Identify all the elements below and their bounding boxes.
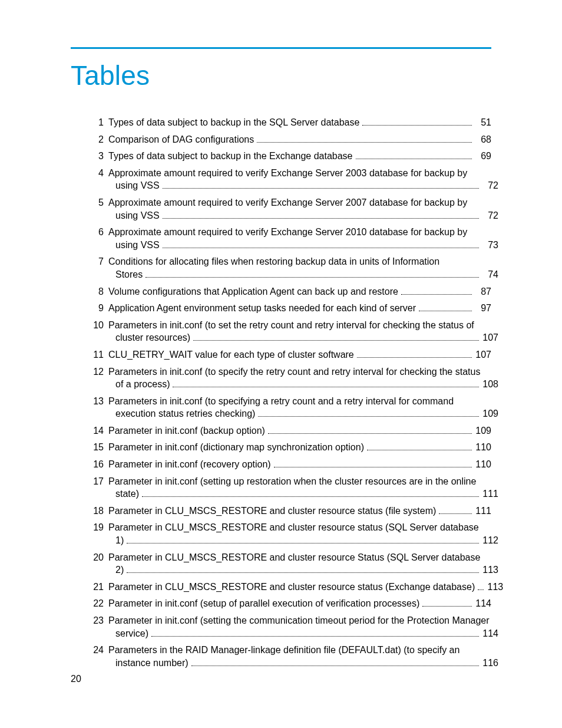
toc-entry-number: 1 — [87, 116, 108, 129]
toc-entry-text: Comparison of DAG configurations — [108, 133, 254, 146]
toc-entry-line: state)111 — [108, 487, 498, 500]
toc-entry-line: Parameter in init.conf (setting the comm… — [108, 614, 491, 627]
toc-entry[interactable]: 22Parameter in init.conf (setup of paral… — [87, 597, 491, 610]
toc-entry-line: Parameters in the RAID Manager-linkage d… — [108, 644, 491, 657]
toc-entry-line: Parameter in init.conf (backup option)10… — [108, 424, 491, 437]
toc-entry[interactable]: 24Parameters in the RAID Manager-linkage… — [87, 644, 491, 669]
toc-entry[interactable]: 3Types of data subject to backup in the … — [87, 150, 491, 163]
toc-entry-number: 6 — [87, 226, 108, 239]
toc-entry-body: Parameters in init.conf (to specifying a… — [108, 395, 491, 420]
toc-entry-page: 97 — [475, 302, 491, 315]
toc-entry-text: Parameters in init.conf (to specifying a… — [108, 395, 491, 408]
toc-entry-line: CLU_RETRY_WAIT value for each type of cl… — [108, 348, 491, 361]
toc-entry-line: execution status retries checking)109 — [108, 407, 498, 420]
toc-entry-text: Parameter in init.conf (setting the comm… — [108, 614, 491, 627]
toc-entry-line: Parameters in init.conf (to specifying a… — [108, 395, 491, 408]
toc-entry-text: Volume configurations that Application A… — [108, 285, 398, 298]
toc-leader — [419, 304, 472, 311]
toc-entry-line: using VSS72 — [108, 209, 498, 222]
toc-entry-text: Parameter in init.conf (setting up resto… — [108, 475, 491, 488]
toc-entry[interactable]: 13Parameters in init.conf (to specifying… — [87, 395, 491, 420]
toc-entry-line: Parameter in CLU_MSCS_RESTORE and cluste… — [108, 505, 491, 518]
toc-entry-page: 114 — [475, 597, 491, 610]
toc-entry[interactable]: 4Approximate amount required to verify E… — [87, 167, 491, 192]
toc-entry-page: 107 — [475, 348, 491, 361]
toc-entry[interactable]: 7Conditions for allocating files when re… — [87, 255, 491, 281]
toc-entry-line: 2)113 — [108, 564, 498, 577]
toc-entry-line: Parameter in init.conf (setting up resto… — [108, 475, 491, 488]
toc-entry-line: Types of data subject to backup in the E… — [108, 150, 491, 163]
toc-leader — [151, 629, 479, 636]
toc-entry-line: Conditions for allocating files when res… — [108, 255, 491, 268]
toc-entry-page: 110 — [475, 458, 491, 471]
toc-entry[interactable]: 6Approximate amount required to verify E… — [87, 226, 491, 251]
toc-entry-body: Conditions for allocating files when res… — [108, 255, 491, 281]
toc-entry[interactable]: 21Parameter in CLU_MSCS_RESTORE and clus… — [87, 581, 491, 594]
toc-entry-line: Parameter in init.conf (dictionary map s… — [108, 441, 491, 454]
toc-entry-text: Parameters in the RAID Manager-linkage d… — [108, 644, 491, 657]
toc-entry-line: instance number)116 — [108, 657, 498, 670]
toc-entry[interactable]: 1Types of data subject to backup in the … — [87, 116, 491, 129]
toc-entry-page: 109 — [482, 407, 498, 420]
header-rule — [71, 47, 491, 49]
toc-entry-text: Approximate amount required to verify Ex… — [108, 226, 491, 239]
toc-entry-body: Parameters in the RAID Manager-linkage d… — [108, 644, 491, 669]
toc-entry-line: Approximate amount required to verify Ex… — [108, 167, 491, 180]
toc-entry[interactable]: 8Volume configurations that Application … — [87, 285, 491, 298]
toc-entry-body: Approximate amount required to verify Ex… — [108, 196, 491, 222]
toc-entry[interactable]: 14Parameter in init.conf (backup option)… — [87, 424, 491, 437]
toc-entry-page: 107 — [482, 331, 498, 344]
toc-entry-number: 15 — [87, 441, 108, 454]
toc-entry[interactable]: 18Parameter in CLU_MSCS_RESTORE and clus… — [87, 505, 491, 518]
toc-entry-text: of a process) — [115, 378, 170, 391]
toc-entry-number: 21 — [87, 581, 108, 594]
toc-entry-line: Approximate amount required to verify Ex… — [108, 226, 491, 239]
toc-entry-number: 5 — [87, 196, 108, 209]
toc-entry[interactable]: 23Parameter in init.conf (setting the co… — [87, 614, 491, 640]
toc-entry[interactable]: 15Parameter in init.conf (dictionary map… — [87, 441, 491, 454]
toc-entry-line: 1)112 — [108, 534, 498, 547]
toc-entry-page: 72 — [482, 209, 498, 222]
toc-entry[interactable]: 20Parameter in CLU_MSCS_RESTORE and clus… — [87, 551, 491, 577]
toc-entry-text: Parameter in CLU_MSCS_RESTORE and cluste… — [108, 521, 491, 534]
toc-entry-number: 20 — [87, 551, 108, 564]
toc-entry-page: 87 — [475, 285, 491, 298]
toc-entry-line: Stores74 — [108, 268, 498, 281]
toc-entry-number: 23 — [87, 614, 108, 627]
toc-entry-text: Conditions for allocating files when res… — [108, 255, 491, 268]
toc-entry[interactable]: 5Approximate amount required to verify E… — [87, 196, 491, 222]
toc-entry-line: cluster resources)107 — [108, 331, 498, 344]
toc-entry-body: Parameters in init.conf (to specify the … — [108, 365, 491, 391]
toc-entry-page: 108 — [482, 378, 498, 391]
toc-entry-body: Approximate amount required to verify Ex… — [108, 167, 491, 192]
toc-entry-text: 2) — [115, 564, 124, 577]
toc-entry[interactable]: 12Parameters in init.conf (to specify th… — [87, 365, 491, 391]
toc-leader — [367, 443, 472, 450]
toc-leader — [357, 351, 472, 358]
toc-entry[interactable]: 2Comparison of DAG configurations68 — [87, 133, 491, 146]
toc-entry-body: Parameter in CLU_MSCS_RESTORE and cluste… — [108, 581, 491, 594]
toc-entry-text: using VSS — [115, 209, 160, 222]
toc-entry-number: 3 — [87, 150, 108, 163]
toc-entry[interactable]: 17Parameter in init.conf (setting up res… — [87, 475, 491, 500]
toc-entry[interactable]: 16Parameter in init.conf (recovery optio… — [87, 458, 491, 471]
toc-entry[interactable]: 10Parameters in init.conf (to set the re… — [87, 319, 491, 344]
toc-leader — [257, 135, 472, 142]
toc-entry-page: 110 — [475, 441, 491, 454]
toc-entry-page: 112 — [482, 534, 498, 547]
toc-entry[interactable]: 11CLU_RETRY_WAIT value for each type of … — [87, 348, 491, 361]
toc-entry-body: Parameter in CLU_MSCS_RESTORE and cluste… — [108, 551, 491, 577]
toc-leader — [191, 659, 479, 666]
toc-entry-body: CLU_RETRY_WAIT value for each type of cl… — [108, 348, 491, 361]
toc-entry-body: Parameter in init.conf (recovery option)… — [108, 458, 491, 471]
toc-entry-body: Comparison of DAG configurations68 — [108, 133, 491, 146]
toc-leader — [478, 583, 484, 590]
toc-entry[interactable]: 19Parameter in CLU_MSCS_RESTORE and clus… — [87, 521, 491, 546]
toc-entry-line: Parameter in CLU_MSCS_RESTORE and cluste… — [108, 581, 491, 594]
toc-leader — [163, 211, 479, 218]
toc-leader — [163, 182, 479, 189]
toc-entry-number: 12 — [87, 365, 108, 378]
toc-entry-page: 116 — [482, 657, 498, 670]
toc-entry-text: 1) — [115, 534, 124, 547]
toc-entry[interactable]: 9Application Agent environment setup tas… — [87, 302, 491, 315]
